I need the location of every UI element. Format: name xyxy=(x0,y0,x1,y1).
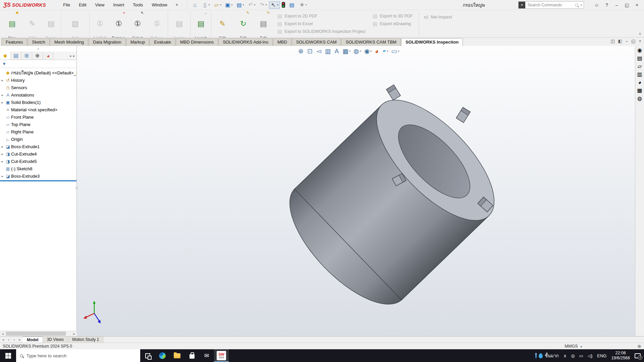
taskbar-clock[interactable]: 22:06 19/6/2568 xyxy=(611,351,630,361)
new-inspection-project-button[interactable]: ▤ ✱ New Inspection Project xyxy=(2,11,22,37)
commandmanager-tab[interactable]: SOLIDWORKS CAM xyxy=(292,38,341,46)
open-document-button[interactable]: ▱ ▾ xyxy=(212,1,223,9)
tree-item-cut-extrude5[interactable]: ▸ ◨ Cut-Extrude5 xyxy=(0,158,76,165)
doc-restore-button[interactable]: ◱ xyxy=(631,39,635,44)
new-document-button[interactable]: ▯ ▾ xyxy=(201,1,211,9)
tree-item-right-plane[interactable]: ▸ ▱ Right Plane xyxy=(0,128,76,135)
doc-tab[interactable]: Motion Study 1 xyxy=(68,337,103,343)
add-characteristic-button[interactable]: ▧ Add Characteristic xyxy=(62,11,90,37)
doc-nav-last-button[interactable]: » xyxy=(17,338,22,342)
doc-nav-next-button[interactable]: › xyxy=(12,338,16,342)
solidworks-resources-icon[interactable]: ◉ xyxy=(637,48,642,53)
export-edrawing-button[interactable]: ▤ Export eDrawing xyxy=(373,20,417,27)
action-center-button[interactable]: 4 xyxy=(635,353,641,358)
save-button[interactable]: ▣ ▾ xyxy=(223,1,234,9)
options-button[interactable]: ✳ ▾ xyxy=(298,1,308,9)
solidworks-app-button[interactable]: SW2024 xyxy=(214,349,229,362)
tree-item-solid-bodies[interactable]: ▸ ▣ Solid Bodies(1) xyxy=(0,99,76,106)
redo-button[interactable]: ↷ ▾ xyxy=(258,1,268,9)
graphics-viewport[interactable]: ⊕ ⊡ ◅ ▥ xyxy=(77,46,635,336)
panel-horizontal-scrollbar[interactable]: ◂ ▸ xyxy=(0,331,77,336)
help-icon[interactable]: ? xyxy=(602,0,612,10)
expand-arrow-icon[interactable]: ▸ xyxy=(0,160,5,163)
expand-arrow-icon[interactable]: ▸ xyxy=(0,101,5,104)
export-2d-pdf-button[interactable]: ▤ Export to 2D PDF xyxy=(277,12,370,20)
zoom-to-area-icon[interactable]: ⊡ xyxy=(307,47,313,55)
remove-balloons-button[interactable]: ① × Remove Balloons xyxy=(109,11,128,37)
zoom-to-fit-icon[interactable]: ⊕ xyxy=(298,47,304,55)
tree-item-annotations[interactable]: ▸ A Annotations xyxy=(0,91,76,99)
tree-item-boss-extrude1[interactable]: ▸ ◪ Boss-Extrude1 xyxy=(0,143,76,150)
taskbar-search-box[interactable]: Type here to search xyxy=(16,349,140,362)
unit-system-selector[interactable]: MMGS ▴ xyxy=(565,344,582,349)
tree-item-origin[interactable]: ▸ ∟ Origin xyxy=(0,135,76,143)
menu-item[interactable]: View xyxy=(91,1,109,9)
tree-item-sensors[interactable]: ▸ ◷ Sensors xyxy=(0,84,76,91)
balloon-sequence-button[interactable]: ① Balloon Sequence xyxy=(147,11,168,37)
export-excel-button[interactable]: ▤ Export to Excel xyxy=(277,20,370,27)
hidden-icons-button[interactable]: ∧ xyxy=(564,353,567,358)
dimxpertmanager-tab[interactable]: ⊕ xyxy=(32,52,43,60)
pane-split-icon[interactable]: ◧ xyxy=(618,39,622,44)
panel-tab-scroll-left[interactable]: ◂ xyxy=(69,54,71,58)
menu-item[interactable]: Tools xyxy=(128,1,147,9)
pin-menu-icon[interactable]: ✦ xyxy=(175,2,179,7)
tree-item-sketch8[interactable]: ▸ ▦ (-) Sketch8 xyxy=(0,165,76,172)
commandmanager-tab[interactable]: Markup xyxy=(126,38,149,46)
file-explorer-icon[interactable]: ▱ xyxy=(638,64,642,69)
edit-vendors-button[interactable]: ▤ ✎ Edit Vendors xyxy=(254,11,273,37)
expand-arrow-icon[interactable]: ▸ xyxy=(0,152,5,156)
doc-tab[interactable]: Model xyxy=(23,337,43,343)
add-edit-balloons-button[interactable]: ① Add/Edit Balloons xyxy=(91,11,109,37)
export-sw-inspection-project-button[interactable]: ▤ Export to SOLIDWORKS Inspection Projec… xyxy=(277,27,370,35)
doc-minimize-button[interactable]: – xyxy=(626,39,628,44)
tree-item-front-plane[interactable]: ▸ ▱ Front Plane xyxy=(0,113,76,121)
undo-button[interactable]: ↶ ▾ xyxy=(246,1,257,9)
task-properties-button[interactable]: ▤ xyxy=(287,1,297,9)
tree-item-cut-extrude4[interactable]: ▸ ◨ Cut-Extrude4 xyxy=(0,150,76,158)
panel-splitter-handle[interactable] xyxy=(75,187,78,189)
configurationmanager-tab[interactable]: ⊞ xyxy=(21,52,32,60)
launch-template-editor-button[interactable]: ▤ → Launch Template Editor xyxy=(192,11,211,37)
commandmanager-tab[interactable]: SOLIDWORKS Inspection xyxy=(401,38,463,46)
print-button[interactable]: ▤ ▾ xyxy=(235,1,246,9)
status-globe-icon[interactable]: ⊕ xyxy=(637,344,641,349)
apply-scene-icon[interactable]: ◓ ▾ xyxy=(382,48,388,55)
expand-arrow-icon[interactable]: ▸ xyxy=(0,145,5,148)
commandmanager-tab[interactable]: Data Migration xyxy=(89,38,126,46)
search-dropdown-icon[interactable]: ▾ xyxy=(581,4,582,7)
edge-button[interactable] xyxy=(155,349,170,362)
search-commands-box[interactable]: > Search Commands ▾ xyxy=(518,1,584,9)
rollback-bar[interactable] xyxy=(0,180,76,181)
commandmanager-tab[interactable]: SOLIDWORKS Add-Ins xyxy=(218,38,273,46)
view-settings-icon[interactable]: ▭ ▾ xyxy=(391,47,399,55)
scrollbar-thumb[interactable] xyxy=(6,332,66,336)
export-3d-pdf-button[interactable]: ▤ Export to 3D PDF xyxy=(373,12,417,20)
view-orientation-icon[interactable]: ▦ ▾ xyxy=(342,47,351,55)
commandmanager-tab[interactable]: Features xyxy=(1,38,27,46)
commandmanager-tab[interactable]: Evaluate xyxy=(150,38,175,46)
language-indicator[interactable]: ENG xyxy=(597,353,606,358)
weather-widget[interactable]: ชื้นมาก xyxy=(535,352,558,359)
displaymanager-tab[interactable]: ◕ xyxy=(43,52,54,60)
network-icon[interactable]: ▭ xyxy=(579,353,583,358)
menu-item[interactable]: File xyxy=(59,1,74,9)
panel-tab-scroll-right[interactable]: ▸ xyxy=(73,54,75,58)
expand-arrow-icon[interactable]: ▸ xyxy=(0,78,5,82)
create-new-template-button[interactable]: ▤ Create New template xyxy=(42,11,61,37)
view-palette-icon[interactable]: ▥ xyxy=(637,72,642,77)
volume-icon[interactable]: ◁) xyxy=(588,353,592,358)
panel-splitter-dot[interactable]: ● xyxy=(0,46,76,52)
commandmanager-tab[interactable]: Mesh Modeling xyxy=(50,38,88,46)
part-model[interactable] xyxy=(77,46,635,336)
search-icon[interactable] xyxy=(575,4,578,7)
design-library-icon[interactable]: ▤ xyxy=(637,56,642,61)
featuremanager-tab[interactable]: ◆ xyxy=(0,52,11,60)
select-balloons-button[interactable]: ① ↖ Select Balloons xyxy=(128,11,147,37)
scroll-right-icon[interactable]: ▸ xyxy=(71,332,77,336)
minimize-button[interactable]: – xyxy=(612,0,622,10)
display-style-icon[interactable]: ◍ ▾ xyxy=(354,47,361,55)
doc-close-button[interactable]: × xyxy=(639,39,641,44)
previous-view-icon[interactable]: ◅ xyxy=(316,47,322,55)
custom-properties-icon[interactable]: ▦ xyxy=(637,88,642,93)
